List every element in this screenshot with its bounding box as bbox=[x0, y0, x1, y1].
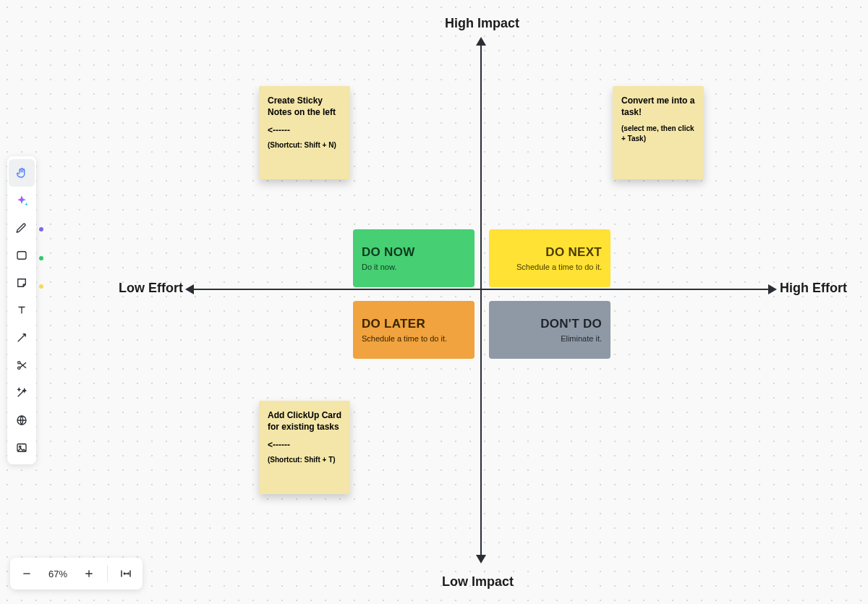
sticky-shortcut: (Shortcut: Shift + N) bbox=[268, 141, 341, 149]
hand-tool[interactable] bbox=[9, 159, 35, 187]
fit-width-button[interactable] bbox=[114, 561, 138, 586]
globe-icon bbox=[15, 414, 28, 427]
quadrant-subtitle: Do it now. bbox=[362, 263, 466, 271]
tool-indicator-shape bbox=[39, 256, 43, 260]
quadrant-do-later[interactable]: DO LATER Schedule a time to do it. bbox=[353, 301, 475, 359]
minus-icon bbox=[21, 568, 33, 579]
shape-tool[interactable] bbox=[9, 242, 35, 269]
separator bbox=[107, 565, 108, 582]
sticky-note-icon bbox=[15, 276, 28, 289]
connector-icon bbox=[15, 331, 28, 344]
axis-label-bottom: Low Impact bbox=[442, 574, 514, 590]
zoom-level[interactable]: 67% bbox=[43, 569, 72, 579]
svg-text:+: + bbox=[25, 201, 28, 208]
arrow-left-icon bbox=[185, 284, 194, 294]
tool-toolbar: + bbox=[7, 156, 36, 464]
arrow-down-icon bbox=[476, 555, 486, 563]
quadrant-subtitle: Eliminate it. bbox=[498, 334, 602, 343]
magic-tool[interactable] bbox=[9, 379, 35, 407]
quadrant-title: DO NEXT bbox=[498, 245, 602, 260]
connector-tool[interactable] bbox=[9, 324, 35, 352]
axis-label-right: High Effort bbox=[780, 281, 847, 296]
sticky-arrow: <------ bbox=[268, 125, 341, 135]
quadrant-dont-do[interactable]: DON'T DO Eliminate it. bbox=[489, 301, 610, 359]
sticky-note-add-card[interactable]: Add ClickUp Card for existing tasks <---… bbox=[259, 401, 350, 494]
pen-icon bbox=[15, 221, 28, 234]
scissors-tool[interactable] bbox=[9, 352, 35, 379]
svg-point-2 bbox=[18, 362, 20, 364]
scissors-icon bbox=[15, 359, 28, 372]
text-tool[interactable] bbox=[9, 297, 35, 324]
ai-sparkle-icon: + bbox=[14, 193, 29, 208]
quadrant-subtitle: Schedule a time to do it. bbox=[498, 263, 602, 271]
sticky-title: Create Sticky Notes on the left bbox=[268, 95, 341, 118]
sticky-note-convert-task[interactable]: Convert me into a task! (select me, then… bbox=[613, 86, 704, 179]
svg-point-6 bbox=[20, 446, 21, 447]
pen-tool[interactable] bbox=[9, 214, 35, 242]
plus-icon bbox=[83, 568, 95, 579]
tool-indicator-pen bbox=[39, 227, 43, 231]
arrow-up-icon bbox=[476, 37, 486, 46]
rectangle-icon bbox=[15, 249, 28, 262]
sticky-note-create[interactable]: Create Sticky Notes on the left <------ … bbox=[259, 86, 350, 179]
web-tool[interactable] bbox=[9, 407, 35, 434]
text-icon bbox=[15, 304, 28, 317]
axis-vertical bbox=[480, 43, 482, 557]
sticky-arrow: <------ bbox=[268, 440, 341, 450]
arrow-right-icon bbox=[768, 284, 777, 294]
image-icon bbox=[15, 441, 28, 454]
zoom-in-button[interactable] bbox=[77, 561, 101, 586]
whiteboard-canvas[interactable]: + High bbox=[0, 0, 868, 604]
hand-icon bbox=[15, 166, 28, 179]
quadrant-title: DO LATER bbox=[362, 317, 466, 331]
axis-label-top: High Impact bbox=[445, 16, 519, 31]
quadrant-title: DO NOW bbox=[362, 245, 466, 260]
sticky-title: Add ClickUp Card for existing tasks bbox=[268, 409, 341, 433]
sticky-shortcut: (Shortcut: Shift + T) bbox=[268, 456, 341, 464]
tool-indicator-sticky bbox=[39, 284, 43, 289]
sticky-sub: (select me, then click + Task) bbox=[621, 124, 695, 144]
zoom-controls: 67% bbox=[10, 558, 142, 590]
image-tool[interactable] bbox=[9, 434, 35, 461]
ai-tool[interactable]: + bbox=[9, 187, 35, 214]
fit-width-icon bbox=[119, 567, 132, 580]
quadrant-do-next[interactable]: DO NEXT Schedule a time to do it. bbox=[489, 229, 610, 287]
zoom-out-button[interactable] bbox=[14, 561, 39, 586]
quadrant-subtitle: Schedule a time to do it. bbox=[362, 334, 466, 343]
quadrant-do-now[interactable]: DO NOW Do it now. bbox=[353, 229, 475, 287]
magic-wand-icon bbox=[15, 386, 28, 399]
axis-label-left: Low Effort bbox=[119, 281, 183, 296]
sticky-tool[interactable] bbox=[9, 269, 35, 297]
quadrant-title: DON'T DO bbox=[498, 317, 602, 331]
svg-point-3 bbox=[18, 367, 20, 369]
sticky-title: Convert me into a task! bbox=[621, 95, 695, 118]
svg-rect-1 bbox=[17, 252, 26, 260]
